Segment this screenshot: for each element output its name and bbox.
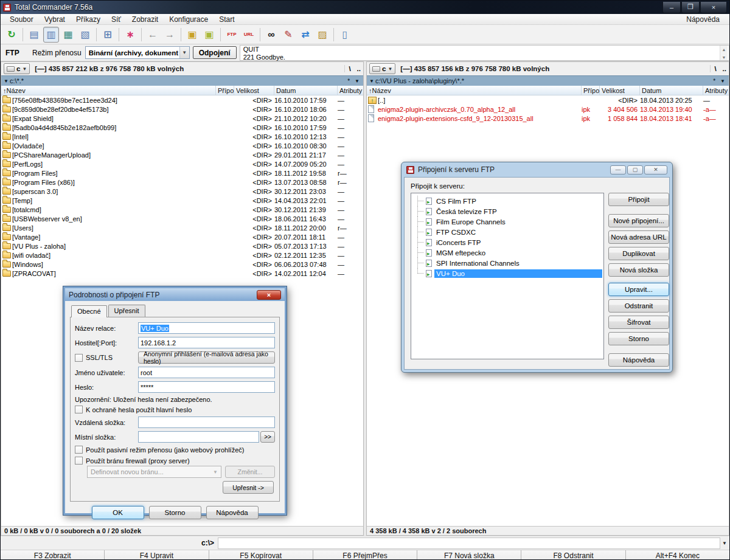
parent-dir-button[interactable]: .. [357,65,361,72]
server-item[interactable]: VU+ Duo [411,268,603,278]
file-row[interactable]: [PerfLogs]<DIR>14.07.2009 05:20— [1,159,363,168]
branch-view-icon[interactable]: ⊞ [100,27,116,43]
maximize-button[interactable]: ▢ [627,165,643,175]
file-row[interactable]: enigma2-plugin-archivczsk_0.70_alpha_12_… [367,105,729,114]
cancel-button[interactable]: Storno [149,506,201,519]
ok-button[interactable]: OK [92,506,144,519]
server-item[interactable]: SPI International Channels [411,258,603,268]
sync-dirs-icon[interactable]: ⇄ [297,27,313,43]
file-row[interactable]: [Temp]<DIR>14.04.2013 22:01— [1,196,363,205]
dialog-button-nov-slo-ka[interactable]: Nová složka [608,263,669,277]
chevron-down-icon[interactable]: ▼ [720,78,725,84]
file-row[interactable]: [Program Files (x86)]<DIR>13.07.2013 08:… [1,178,363,187]
dialog-button-n-pov-da[interactable]: Nápověda [608,353,669,367]
dialog-button-upravit-[interactable]: Upravit... [608,283,669,296]
change-gateway-button[interactable]: Změnit... [225,466,275,478]
drive-selector[interactable]: c ▼ [4,63,30,74]
notepad-icon[interactable]: ▯ [337,27,353,43]
minimize-button[interactable]: — [610,165,626,175]
ftp-url-icon[interactable]: URL [241,27,257,43]
menu-item[interactable]: Soubor [4,15,39,24]
menu-item[interactable]: Vybrat [39,15,71,24]
menu-item[interactable]: Konfigurace [164,15,214,24]
firewall-checkbox[interactable] [75,457,83,465]
column-header[interactable]: Datum [640,86,703,95]
column-header[interactable]: Datum [274,86,338,95]
filter-icon[interactable]: * [347,78,350,85]
unpack-icon[interactable]: ▣ [201,27,217,43]
ftp-connect-icon[interactable]: FTP [224,27,240,43]
username-field[interactable]: root [138,367,275,378]
root-dir-button[interactable]: \ [349,65,350,72]
disconnect-button[interactable]: Odpojení [193,46,237,59]
column-header[interactable]: ↑Název [367,86,582,95]
column-header[interactable]: Přípo [582,86,600,95]
restore-button[interactable]: ❒ [681,2,700,13]
dialog-button-duplikovat[interactable]: Duplikovat [608,247,669,260]
server-item[interactable]: MGM eftepecko [411,247,603,258]
file-row[interactable]: [PCShareManagerUpload]<DIR>29.01.2011 21… [1,150,363,159]
close-button[interactable]: × [700,2,727,13]
menu-napoveda[interactable]: Nápověda [680,15,726,24]
clipboard-icon[interactable]: ▨ [315,27,330,43]
column-header[interactable]: Přípo [216,86,234,95]
filter-icon[interactable]: * [713,78,715,85]
help-button[interactable]: Nápověda [206,506,259,519]
fkey-button[interactable]: F4 Upravit [104,550,208,560]
dialog-button-odstranit[interactable]: Odstranit [608,299,669,313]
chevron-down-icon[interactable]: ▼ [355,78,360,84]
file-row[interactable]: [f5adb0a4d4d845b2e182aefb0b99]<DIR>16.10… [1,123,363,132]
file-row[interactable]: [Windows]<DIR>06.06.2013 07:48— [1,260,363,269]
file-row[interactable]: [totalcmd]<DIR>30.12.2011 21:39— [1,205,363,214]
column-header[interactable]: Atributy [338,86,363,95]
parent-dir-button[interactable]: .. [723,65,726,72]
minimize-button[interactable]: ‒ [662,2,681,13]
passive-mode-checkbox[interactable] [75,446,83,454]
file-row[interactable]: [Vantage]<DIR>20.07.2011 18:11— [1,232,363,241]
close-button[interactable]: ✕ [644,165,667,175]
file-row[interactable]: ↑[..]<DIR>18.04.2013 20:25— [367,95,729,105]
host-field[interactable]: 192.168.1.2 [138,337,275,348]
browse-local-dir-button[interactable]: >> [260,431,275,443]
multi-rename-icon[interactable]: ✎ [280,27,296,43]
column-header[interactable]: Velikost [600,86,640,95]
fkey-button[interactable]: F8 Odstranit [521,550,625,560]
fkey-button[interactable]: F6 PřejmPřes [313,550,417,560]
tab-obecne[interactable]: Obecné [71,305,107,317]
fkey-button[interactable]: F3 Zobrazit [1,550,104,560]
file-row[interactable]: [Ovladače]<DIR>16.10.2010 08:30— [1,141,363,150]
file-row[interactable]: [Intel]<DIR>16.10.2010 12:13— [1,132,363,141]
dialog-button-nov-adresa-url[interactable]: Nová adresa URL [608,230,669,244]
session-name-field[interactable]: VU+ Duo [138,322,275,334]
file-row[interactable]: enigma2-plugin-extensions-csfd_9_12-2013… [367,114,729,123]
file-row[interactable]: [ZPRACOVAT]<DIR>14.02.2011 12:04— [1,269,363,278]
password-field[interactable]: ***** [138,381,275,393]
pack-icon[interactable]: ▣ [184,27,200,43]
fkey-button[interactable]: F7 Nová složka [417,550,521,560]
remote-dir-field[interactable] [138,417,275,428]
column-header[interactable]: Atributy [703,86,729,95]
left-path-bar[interactable]: ▼ c:\*.* * ▼ [1,75,363,86]
dialog-button-nov-p-ipojen-[interactable]: Nové připojení... [608,214,669,227]
close-button[interactable]: × [257,290,281,300]
refresh-icon[interactable]: ↻ [4,27,19,43]
file-row[interactable]: [9c859d0be28ef20dbe4ef5173b]<DIR>16.10.2… [1,105,363,114]
file-row[interactable]: [USBWebserver v8_en]<DIR>18.06.2011 16:4… [1,214,363,223]
column-header[interactable]: ↑Název [1,86,216,95]
server-item[interactable]: FTP CSDXC [411,227,603,237]
full-view-icon[interactable]: ▥ [43,27,59,43]
root-dir-button[interactable]: \ [714,65,716,72]
chevron-down-icon[interactable]: ▼ [179,47,189,58]
thumbnail-view-icon[interactable]: ▦ [60,27,76,43]
back-icon[interactable]: ← [145,27,161,43]
command-input[interactable] [218,538,720,549]
server-item[interactable]: Česká televize FTP [411,206,603,216]
menu-item[interactable]: Síť [106,15,127,24]
fkey-button[interactable]: Alt+F4 Konec [625,550,729,560]
ssl-checkbox[interactable] [75,354,83,362]
tab-upresnit[interactable]: Upřesnit [108,305,145,317]
file-row[interactable]: [Expat Shield]<DIR>21.10.2012 10:20— [1,114,363,123]
file-row[interactable]: [VU Plus - zaloha]<DIR>05.07.2013 17:13— [1,241,363,251]
dialog-button--ifrovat[interactable]: Šifrovat [608,316,669,329]
search-icon[interactable]: ∞ [263,27,279,43]
